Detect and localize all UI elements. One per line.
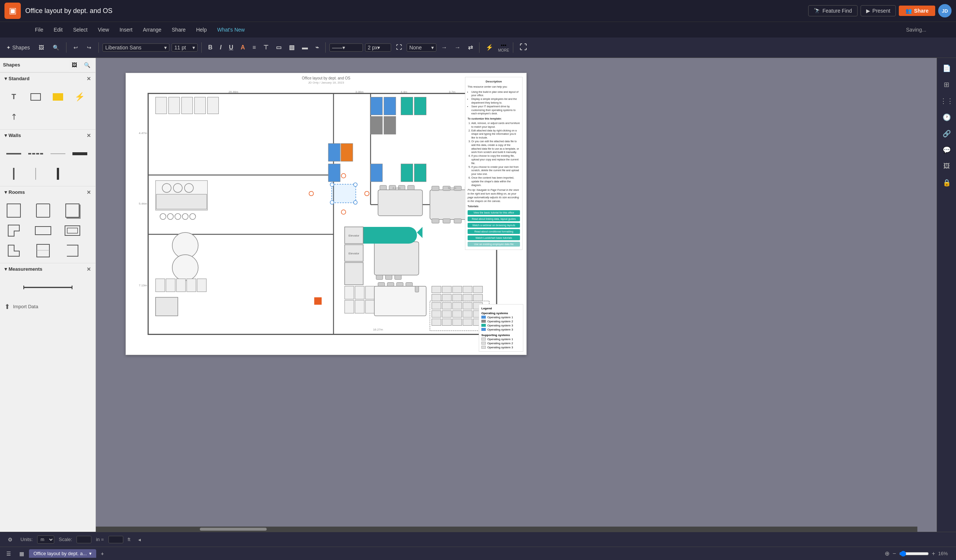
tutorial-btn-5[interactable]: Watch Lucidchart basic tutorials	[468, 236, 520, 240]
conn-start-button[interactable]: →	[439, 43, 450, 52]
feature-find-button[interactable]: 🔭 Feature Find	[808, 5, 857, 16]
menu-file[interactable]: File	[30, 25, 49, 35]
right-layers-button[interactable]: ⊞	[939, 77, 954, 92]
right-format-button[interactable]: ⋮⋮	[939, 94, 954, 109]
border-button[interactable]: ▭	[274, 43, 284, 52]
share-button[interactable]: 👥 Share	[899, 6, 935, 16]
room-square-shadow[interactable]	[63, 201, 82, 220]
wall-dashed[interactable]	[27, 145, 45, 163]
right-page-button[interactable]: 📄	[939, 61, 954, 76]
wall-vertical-3[interactable]	[49, 165, 67, 183]
zoom-out-button[interactable]: −	[893, 551, 896, 557]
room-l-shape-2[interactable]	[5, 241, 23, 260]
room-square-rounded[interactable]	[34, 201, 52, 220]
present-button[interactable]: ▶ Present	[860, 5, 896, 16]
room-rect-wide[interactable]	[34, 221, 52, 240]
measurements-section-header[interactable]: ▾ Measurements ✕	[0, 263, 96, 275]
lightning-button[interactable]: ⚡	[483, 43, 496, 52]
tutorial-btn-2[interactable]: Read about linking data, layout guides	[468, 217, 520, 221]
shape-arrow[interactable]: ↗	[5, 108, 23, 126]
menu-edit[interactable]: Edit	[49, 25, 68, 35]
page-tab-active[interactable]: Office layout by dept. a... ▾	[29, 549, 96, 558]
fill-color-button[interactable]: ▧	[286, 43, 297, 52]
shape-lightning[interactable]: ⚡	[71, 88, 89, 106]
measurement-item-1[interactable]	[5, 278, 91, 297]
room-rect-inset[interactable]	[63, 221, 82, 240]
menu-arrange[interactable]: Arrange	[138, 25, 167, 35]
rooms-close-button[interactable]: ✕	[86, 189, 91, 195]
line-style-selector[interactable]: —— ▾	[329, 44, 363, 52]
italic-button[interactable]: I	[217, 43, 224, 52]
shapes-image-tool[interactable]: 🖼	[69, 60, 80, 71]
right-comment-button[interactable]: 💬	[939, 143, 954, 157]
font-selector[interactable]: Liberation Sans ▾	[102, 44, 169, 52]
conn-dir-button[interactable]: ⇄	[465, 43, 475, 52]
room-square[interactable]	[5, 201, 23, 220]
room-wide-tall[interactable]	[34, 241, 52, 260]
wall-thick-h[interactable]	[71, 145, 89, 163]
bold-button[interactable]: B	[205, 43, 215, 52]
canvas-area[interactable]: Office layout by dept. and OS JD Only / …	[96, 58, 937, 532]
align-top-button[interactable]: ⊤	[261, 43, 271, 52]
diagram-canvas[interactable]: Office layout by dept. and OS JD Only / …	[126, 73, 527, 355]
wall-vertical-1[interactable]	[5, 165, 23, 183]
measurements-close-button[interactable]: ✕	[86, 266, 91, 272]
tutorial-btn-1[interactable]: View the basic tutorial for this office	[468, 210, 520, 215]
right-lock-button[interactable]: 🔒	[939, 175, 954, 190]
wall-vertical-2[interactable]	[27, 165, 45, 183]
shape-yellow-rect[interactable]	[49, 88, 67, 106]
waypoint-toggle[interactable]: ⛶	[393, 43, 404, 52]
font-color-button[interactable]: A	[238, 43, 248, 52]
fullscreen-button[interactable]: ⛶	[517, 42, 530, 53]
zoom-slider[interactable]	[899, 551, 929, 557]
tutorial-btn-3[interactable]: Watch a webinar on browsing layouts	[468, 223, 520, 228]
room-l-shape-1[interactable]	[5, 221, 23, 240]
shapes-search-tool[interactable]: 🔍	[81, 60, 93, 71]
menu-help[interactable]: Help	[191, 25, 212, 35]
list-view-button[interactable]: ☰	[3, 549, 14, 558]
tutorial-btn-6[interactable]: Use an existing employee data file	[468, 242, 520, 247]
wall-thin-h[interactable]	[49, 145, 67, 163]
walls-section-header[interactable]: ▾ Walls ✕	[0, 130, 96, 142]
conn-end-button[interactable]: →	[452, 43, 463, 52]
menu-insert[interactable]: Insert	[115, 25, 138, 35]
walls-close-button[interactable]: ✕	[86, 132, 91, 138]
scale-input-in[interactable]	[77, 536, 91, 543]
wall-horizontal[interactable]	[5, 145, 23, 163]
right-link-button[interactable]: 🔗	[939, 126, 954, 141]
user-avatar[interactable]: JD	[938, 4, 951, 17]
settings-button[interactable]: ⚙	[5, 535, 16, 544]
line-color-button[interactable]: ▬	[299, 43, 310, 52]
scale-input-ft[interactable]	[108, 536, 123, 543]
menu-view[interactable]: View	[93, 25, 115, 35]
standard-section-header[interactable]: ▾ Standard ✕	[0, 73, 96, 85]
scale-collapse-button[interactable]: ◂	[135, 535, 144, 544]
image-insert-button[interactable]: 🖼	[35, 43, 47, 52]
canvas-scrollbar-h[interactable]	[96, 527, 917, 532]
zoom-fit-button[interactable]: ⊕	[885, 550, 890, 557]
more-button[interactable]: ••• MORE	[498, 42, 509, 52]
align-left-button[interactable]: ≡	[250, 43, 258, 52]
undo-button[interactable]: ↩	[70, 43, 81, 52]
shape-text[interactable]: T	[5, 88, 23, 106]
right-clock-button[interactable]: 🕐	[939, 110, 954, 125]
rooms-section-header[interactable]: ▾ Rooms ✕	[0, 186, 96, 198]
grid-view-button[interactable]: ▦	[16, 549, 27, 558]
menu-whats-new[interactable]: What's New	[212, 25, 250, 35]
search-button[interactable]: 🔍	[49, 43, 62, 52]
units-select[interactable]: m ft cm	[37, 535, 54, 544]
connector-button[interactable]: ⌁	[313, 43, 322, 52]
underline-button[interactable]: U	[226, 43, 236, 52]
app-logo[interactable]: ▣	[5, 3, 21, 19]
room-open[interactable]	[63, 241, 82, 260]
menu-select[interactable]: Select	[68, 25, 93, 35]
waypoint-selector[interactable]: None ▾	[407, 44, 436, 52]
tutorial-btn-4[interactable]: Read about conditional formatting	[468, 229, 520, 234]
redo-button[interactable]: ↪	[83, 43, 95, 52]
right-image-button[interactable]: 🖼	[939, 159, 954, 174]
menu-share[interactable]: Share	[167, 25, 191, 35]
zoom-in-button[interactable]: +	[932, 551, 935, 557]
line-weight-selector[interactable]: 2 px ▾	[365, 44, 391, 52]
font-size-selector[interactable]: 11 pt ▾	[171, 44, 198, 52]
add-page-button[interactable]: +	[97, 549, 107, 558]
